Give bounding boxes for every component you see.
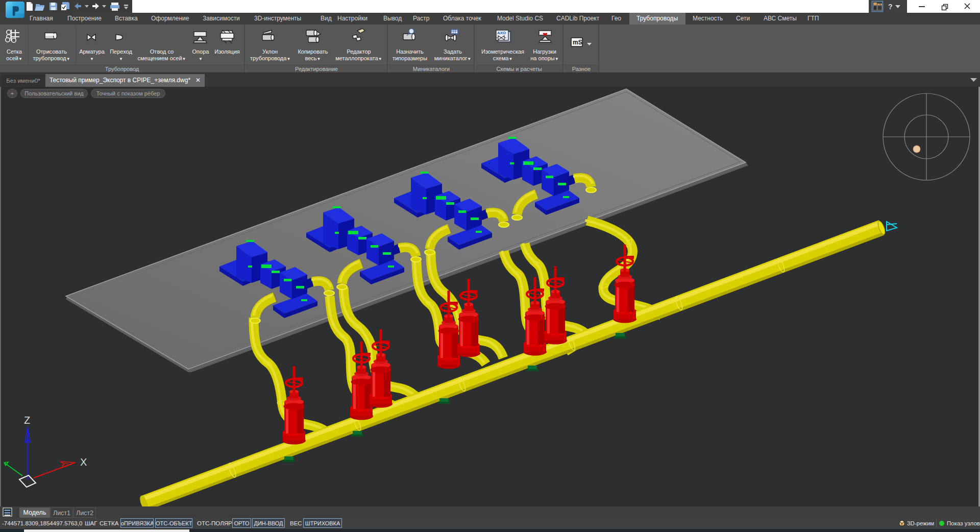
svg-text:Z: Z — [24, 415, 30, 426]
svg-text:X: X — [80, 456, 87, 468]
svg-text:?: ? — [888, 3, 893, 11]
svg-text:mS: mS — [573, 39, 582, 46]
svg-text:AXO: AXO — [497, 31, 506, 35]
